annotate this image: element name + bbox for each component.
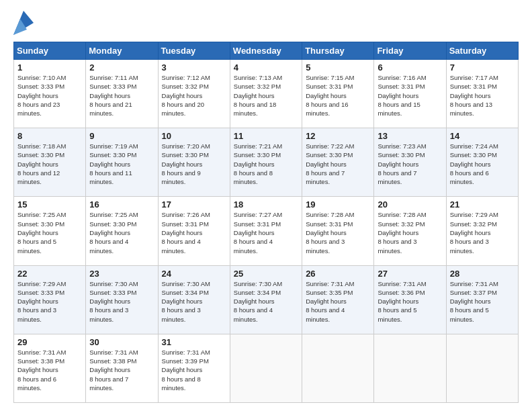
day-info: Sunrise: 7:25 AMSunset: 3:30 PMDaylight … [89, 210, 154, 255]
page: SundayMondayTuesdayWednesdayThursdayFrid… [0, 0, 532, 411]
day-number: 23 [89, 269, 154, 279]
calendar-cell: 25Sunrise: 7:30 AMSunset: 3:34 PMDayligh… [230, 265, 302, 334]
day-info: Sunrise: 7:27 AMSunset: 3:31 PMDaylight … [234, 210, 298, 255]
day-number: 2 [89, 62, 154, 73]
calendar-header-wednesday: Wednesday [230, 42, 302, 60]
day-number: 5 [306, 62, 370, 73]
day-number: 19 [306, 199, 370, 210]
day-number: 26 [306, 269, 370, 279]
day-number: 6 [378, 62, 442, 73]
calendar-cell: 2Sunrise: 7:11 AMSunset: 3:33 PMDaylight… [86, 60, 158, 128]
day-number: 12 [306, 131, 370, 141]
day-number: 16 [89, 199, 154, 210]
day-info: Sunrise: 7:21 AMSunset: 3:30 PMDaylight … [234, 142, 298, 186]
calendar-cell: 22Sunrise: 7:29 AMSunset: 3:33 PMDayligh… [14, 265, 86, 334]
calendar-cell: 26Sunrise: 7:31 AMSunset: 3:35 PMDayligh… [302, 265, 374, 334]
calendar-cell: 1Sunrise: 7:10 AMSunset: 3:33 PMDaylight… [14, 60, 86, 128]
day-number: 9 [89, 131, 154, 141]
calendar-cell: 11Sunrise: 7:21 AMSunset: 3:30 PMDayligh… [230, 128, 302, 197]
day-info: Sunrise: 7:18 AMSunset: 3:30 PMDaylight … [17, 142, 82, 186]
calendar-week-row: 29Sunrise: 7:31 AMSunset: 3:38 PMDayligh… [14, 334, 519, 402]
day-info: Sunrise: 7:26 AMSunset: 3:31 PMDaylight … [162, 210, 226, 255]
day-info: Sunrise: 7:16 AMSunset: 3:31 PMDaylight … [378, 73, 442, 118]
calendar-header-tuesday: Tuesday [158, 42, 230, 60]
day-info: Sunrise: 7:24 AMSunset: 3:30 PMDaylight … [450, 142, 515, 186]
calendar-header-friday: Friday [374, 42, 446, 60]
calendar-cell: 5Sunrise: 7:15 AMSunset: 3:31 PMDaylight… [302, 60, 374, 128]
day-info: Sunrise: 7:12 AMSunset: 3:32 PMDaylight … [162, 73, 226, 118]
calendar-cell: 27Sunrise: 7:31 AMSunset: 3:36 PMDayligh… [374, 265, 446, 334]
day-number: 21 [450, 199, 515, 210]
day-number: 27 [378, 269, 442, 279]
calendar-header-sunday: Sunday [14, 42, 86, 60]
calendar-week-row: 15Sunrise: 7:25 AMSunset: 3:30 PMDayligh… [14, 197, 519, 265]
day-info: Sunrise: 7:23 AMSunset: 3:30 PMDaylight … [378, 142, 442, 186]
day-info: Sunrise: 7:19 AMSunset: 3:30 PMDaylight … [89, 142, 154, 186]
day-number: 3 [162, 62, 226, 73]
day-info: Sunrise: 7:31 AMSunset: 3:38 PMDaylight … [89, 348, 154, 392]
day-number: 18 [234, 199, 298, 210]
logo-icon [13, 11, 34, 35]
day-number: 25 [234, 269, 298, 279]
calendar-table: SundayMondayTuesdayWednesdayThursdayFrid… [13, 42, 519, 403]
calendar-cell: 24Sunrise: 7:30 AMSunset: 3:34 PMDayligh… [158, 265, 230, 334]
calendar-cell: 4Sunrise: 7:13 AMSunset: 3:32 PMDaylight… [230, 60, 302, 128]
calendar-cell: 3Sunrise: 7:12 AMSunset: 3:32 PMDaylight… [158, 60, 230, 128]
day-info: Sunrise: 7:29 AMSunset: 3:32 PMDaylight … [450, 210, 515, 255]
day-info: Sunrise: 7:17 AMSunset: 3:31 PMDaylight … [450, 73, 515, 118]
calendar-cell: 9Sunrise: 7:19 AMSunset: 3:30 PMDaylight… [86, 128, 158, 197]
day-number: 30 [89, 337, 154, 347]
day-number: 29 [17, 337, 82, 347]
calendar-cell: 31Sunrise: 7:31 AMSunset: 3:39 PMDayligh… [158, 334, 230, 402]
day-number: 13 [378, 131, 442, 141]
calendar-cell: 19Sunrise: 7:28 AMSunset: 3:31 PMDayligh… [302, 197, 374, 265]
header [13, 11, 519, 35]
calendar-cell: 29Sunrise: 7:31 AMSunset: 3:38 PMDayligh… [14, 334, 86, 402]
day-info: Sunrise: 7:10 AMSunset: 3:33 PMDaylight … [17, 73, 82, 118]
calendar-header-thursday: Thursday [302, 42, 374, 60]
calendar-header-row: SundayMondayTuesdayWednesdayThursdayFrid… [14, 42, 519, 60]
day-info: Sunrise: 7:30 AMSunset: 3:34 PMDaylight … [234, 279, 298, 324]
calendar-cell: 15Sunrise: 7:25 AMSunset: 3:30 PMDayligh… [14, 197, 86, 265]
calendar-cell: 14Sunrise: 7:24 AMSunset: 3:30 PMDayligh… [446, 128, 518, 197]
calendar-cell: 16Sunrise: 7:25 AMSunset: 3:30 PMDayligh… [86, 197, 158, 265]
day-info: Sunrise: 7:22 AMSunset: 3:30 PMDaylight … [306, 142, 370, 186]
calendar-cell: 17Sunrise: 7:26 AMSunset: 3:31 PMDayligh… [158, 197, 230, 265]
day-number: 10 [162, 131, 226, 141]
calendar-cell [374, 334, 446, 402]
calendar-cell: 18Sunrise: 7:27 AMSunset: 3:31 PMDayligh… [230, 197, 302, 265]
day-number: 15 [17, 199, 82, 210]
day-info: Sunrise: 7:31 AMSunset: 3:37 PMDaylight … [450, 279, 515, 324]
day-number: 31 [162, 337, 226, 347]
day-info: Sunrise: 7:31 AMSunset: 3:39 PMDaylight … [162, 348, 226, 392]
day-info: Sunrise: 7:15 AMSunset: 3:31 PMDaylight … [306, 73, 370, 118]
day-info: Sunrise: 7:29 AMSunset: 3:33 PMDaylight … [17, 279, 82, 324]
calendar-week-row: 8Sunrise: 7:18 AMSunset: 3:30 PMDaylight… [14, 128, 519, 197]
calendar-week-row: 1Sunrise: 7:10 AMSunset: 3:33 PMDaylight… [14, 60, 519, 128]
calendar-cell: 8Sunrise: 7:18 AMSunset: 3:30 PMDaylight… [14, 128, 86, 197]
day-number: 24 [162, 269, 226, 279]
day-number: 7 [450, 62, 515, 73]
day-info: Sunrise: 7:25 AMSunset: 3:30 PMDaylight … [17, 210, 82, 255]
day-number: 1 [17, 62, 82, 73]
day-info: Sunrise: 7:30 AMSunset: 3:33 PMDaylight … [89, 279, 154, 324]
day-info: Sunrise: 7:11 AMSunset: 3:33 PMDaylight … [89, 73, 154, 118]
calendar-cell: 10Sunrise: 7:20 AMSunset: 3:30 PMDayligh… [158, 128, 230, 197]
calendar-cell: 30Sunrise: 7:31 AMSunset: 3:38 PMDayligh… [86, 334, 158, 402]
day-info: Sunrise: 7:31 AMSunset: 3:35 PMDaylight … [306, 279, 370, 324]
calendar-cell: 13Sunrise: 7:23 AMSunset: 3:30 PMDayligh… [374, 128, 446, 197]
day-number: 22 [17, 269, 82, 279]
day-info: Sunrise: 7:31 AMSunset: 3:36 PMDaylight … [378, 279, 442, 324]
day-info: Sunrise: 7:28 AMSunset: 3:31 PMDaylight … [306, 210, 370, 255]
day-number: 4 [234, 62, 298, 73]
calendar-cell: 20Sunrise: 7:28 AMSunset: 3:32 PMDayligh… [374, 197, 446, 265]
calendar-cell [446, 334, 518, 402]
calendar-cell [302, 334, 374, 402]
day-number: 17 [162, 199, 226, 210]
calendar-cell [230, 334, 302, 402]
logo [13, 11, 35, 35]
calendar-header-monday: Monday [86, 42, 158, 60]
day-number: 11 [234, 131, 298, 141]
calendar-header-saturday: Saturday [446, 42, 518, 60]
day-info: Sunrise: 7:13 AMSunset: 3:32 PMDaylight … [234, 73, 298, 118]
